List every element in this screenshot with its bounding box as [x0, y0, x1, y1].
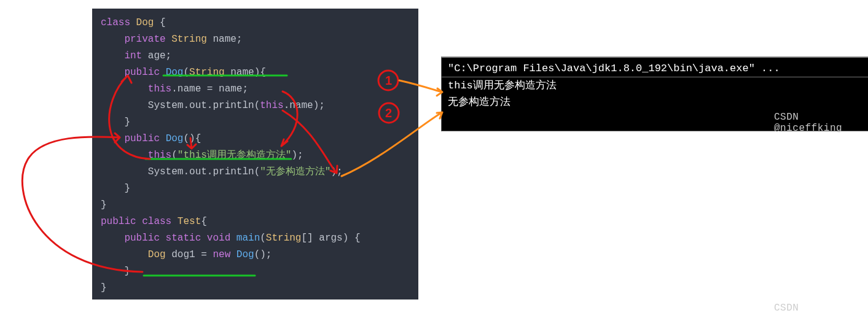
code-line-9: this("this调用无参构造方法");	[101, 150, 303, 161]
code-line-17: }	[101, 282, 107, 293]
code-line-10: System.out.println("无参构造方法");	[101, 166, 343, 177]
watermark-1: CSDN @niceffking	[774, 112, 868, 134]
code-line-1: class Dog {	[101, 17, 166, 28]
code-line-5: this.name = name;	[101, 83, 248, 95]
code-line-14: public static void main(String[] args) {	[101, 233, 360, 244]
code-editor: class Dog { private String name; int age…	[92, 9, 418, 299]
code-line-16: }	[101, 266, 130, 277]
code-line-13: public class Test{	[101, 216, 207, 227]
terminal-line-2: 无参构造方法	[442, 94, 868, 110]
code-line-11: }	[101, 183, 130, 194]
code-line-6: System.out.println(this.name);	[101, 100, 325, 111]
code-line-3: int age;	[101, 50, 171, 61]
watermark-2: CSDN @niceffking	[774, 303, 868, 313]
code-line-2: private String name;	[101, 34, 242, 45]
terminal-line-1: this调用无参构造方法	[442, 77, 868, 94]
code-line-8: public Dog(){	[101, 133, 201, 144]
code-line-7: }	[101, 117, 130, 128]
code-line-12: }	[101, 199, 107, 211]
terminal-command: "C:\Program Files\Java\jdk1.8.0_192\bin\…	[442, 58, 868, 77]
code-line-15: Dog dog1 = new Dog();	[101, 249, 272, 260]
page-root: class Dog { private String name; int age…	[0, 0, 868, 313]
code-line-4: public Dog(String name){	[101, 67, 266, 78]
